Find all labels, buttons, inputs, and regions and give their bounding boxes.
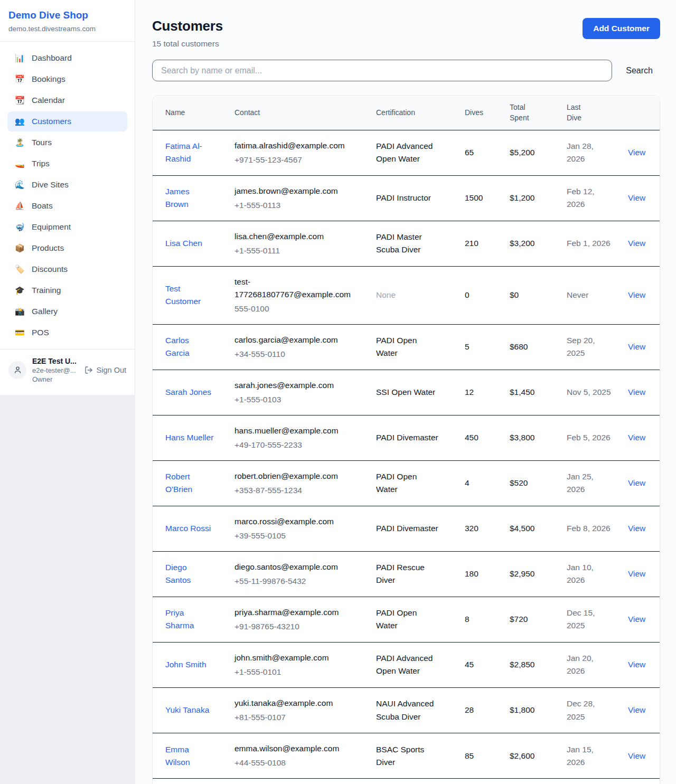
package-icon: 📦 [15,244,24,252]
sidebar-item-discounts[interactable]: 🏷️ Discounts [7,259,127,279]
customer-name-link[interactable]: Fatima Al-Rashid [165,140,214,165]
customer-dives: 5 [459,324,504,370]
page-header-text: Customers 15 total customers [152,18,223,49]
view-customer-link[interactable]: View [628,433,645,442]
customer-name-link[interactable]: Sarah Jones [165,386,211,399]
customer-certification: NAUI Advanced Scuba Diver [376,697,438,723]
sidebar-item-trips[interactable]: 🚤 Trips [7,154,127,174]
view-customer-link[interactable]: View [628,524,645,533]
customer-email: marco.rossi@example.com [234,515,365,528]
customer-certification: PADI Instructor [376,192,431,204]
customer-total-spent: $1,800 [504,687,561,733]
customer-last-dive: Jan 15, 2026 [561,733,617,779]
customer-dives: 210 [459,221,504,266]
view-customer-link[interactable]: View [628,751,645,760]
tear-off-calendar-icon: 📆 [15,96,24,104]
sidebar-item-customers[interactable]: 👥 Customers [7,111,127,131]
sidebar-item-dashboard[interactable]: 📊 Dashboard [7,48,127,68]
customer-name-link[interactable]: Test Customer [165,282,214,308]
customer-phone: +44-555-0108 [234,757,365,769]
column-header: Contact [229,96,371,130]
customer-certification: PADI Open Water [376,607,438,632]
sidebar-item-label: Discounts [32,265,68,274]
sidebar-item-gallery[interactable]: 📸 Gallery [7,301,127,322]
table-row: Diego Santos diego.santos@example.com +5… [153,551,660,597]
customer-certification: SSI Open Water [376,386,435,399]
customer-name-link[interactable]: Carlos Garcia [165,334,214,360]
table-row: Marco Rossi marco.rossi@example.com +39-… [153,506,660,551]
customer-total-spent: $2,950 [504,551,561,597]
search-input[interactable] [152,60,612,81]
speedboat-icon: 🚤 [15,159,24,167]
sidebar-item-training[interactable]: 🎓 Training [7,280,127,300]
customer-last-dive: Feb 5, 2026 [561,415,617,460]
diving-mask-icon: 🤿 [15,223,24,231]
view-customer-link[interactable]: View [628,615,645,624]
customer-last-dive: Feb 10, 2026 [561,779,617,784]
customer-certification: PADI Master Scuba Diver [376,231,438,256]
customer-last-dive: Nov 5, 2025 [561,370,617,415]
sidebar-item-label: Boats [32,201,53,211]
customer-dives: 320 [459,506,504,551]
search-button[interactable]: Search [618,62,660,80]
customer-dives: 65 [459,130,504,175]
view-customer-link[interactable]: View [628,193,645,202]
view-customer-link[interactable]: View [628,148,645,157]
page-header: Customers 15 total customers Add Custome… [152,18,660,49]
customer-certification: PADI Open Water [376,334,438,360]
view-customer-link[interactable]: View [628,290,645,299]
sidebar-item-products[interactable]: 📦 Products [7,238,127,258]
customer-name-link[interactable]: Hans Mueller [165,431,213,444]
customer-name-link[interactable]: Lisa Chen [165,237,202,250]
customer-name-link[interactable]: John Smith [165,658,206,671]
view-customer-link[interactable]: View [628,478,645,487]
customer-dives: 12 [459,370,504,415]
sidebar-item-tours[interactable]: 🏝️ Tours [7,133,127,153]
customer-email: yuki.tanaka@example.com [234,697,365,710]
customer-email: carlos.garcia@example.com [234,334,365,346]
sidebar: Demo Dive Shop demo.test.divestreams.com… [0,0,135,395]
view-customer-link[interactable]: View [628,342,645,351]
customer-dives: 85 [459,733,504,779]
customer-name-link[interactable]: Diego Santos [165,561,214,587]
sidebar-item-pos[interactable]: 💳 POS [7,323,127,343]
sign-out-button[interactable]: Sign Out [84,366,126,374]
view-customer-link[interactable]: View [628,388,645,396]
customer-phone: +34-555-0110 [234,348,365,361]
customer-name-link[interactable]: Emma Wilson [165,743,214,769]
column-header [617,96,660,130]
customer-certification: None [376,289,396,301]
customer-name-link[interactable]: Priya Sharma [165,607,214,632]
view-customer-link[interactable]: View [628,239,645,248]
customer-certification: BSAC Sports Diver [376,743,438,769]
view-customer-link[interactable]: View [628,705,645,714]
sidebar-item-label: Dashboard [32,53,72,63]
customer-total-spent: $3,200 [504,221,561,266]
camera-icon: 📸 [15,307,24,315]
view-customer-link[interactable]: View [628,660,645,669]
customer-dives: 8 [459,597,504,642]
column-header: Total Spent [504,96,561,130]
sidebar-item-dive-sites[interactable]: 🌊 Dive Sites [7,175,127,195]
customer-email: hans.mueller@example.com [234,424,365,437]
sidebar-item-bookings[interactable]: 📅 Bookings [7,69,127,89]
view-customer-link[interactable]: View [628,569,645,578]
user-email: e2e-tester@... [32,366,77,374]
sign-out-label: Sign Out [97,366,126,374]
column-header: Name [153,96,229,130]
sidebar-item-boats[interactable]: ⛵ Boats [7,196,127,216]
customer-name-link[interactable]: Robert O'Brien [165,470,214,496]
customer-certification: PADI Divemaster [376,522,438,535]
customer-last-dive: Dec 28, 2025 [561,687,617,733]
credit-card-icon: 💳 [15,328,24,336]
customer-name-link[interactable]: Yuki Tanaka [165,704,209,716]
customer-name-link[interactable]: James Brown [165,185,214,211]
add-customer-button[interactable]: Add Customer [583,18,660,39]
column-header: Dives [459,96,504,130]
user-section: E2E Test U... e2e-tester@... Owner Sign … [0,349,135,395]
bar-chart-icon: 📊 [15,54,24,62]
customer-name-link[interactable]: Marco Rossi [165,522,211,535]
sidebar-item-equipment[interactable]: 🤿 Equipment [7,217,127,237]
sidebar-item-calendar[interactable]: 📆 Calendar [7,90,127,110]
customer-certification: PADI Advanced Open Water [376,140,438,165]
